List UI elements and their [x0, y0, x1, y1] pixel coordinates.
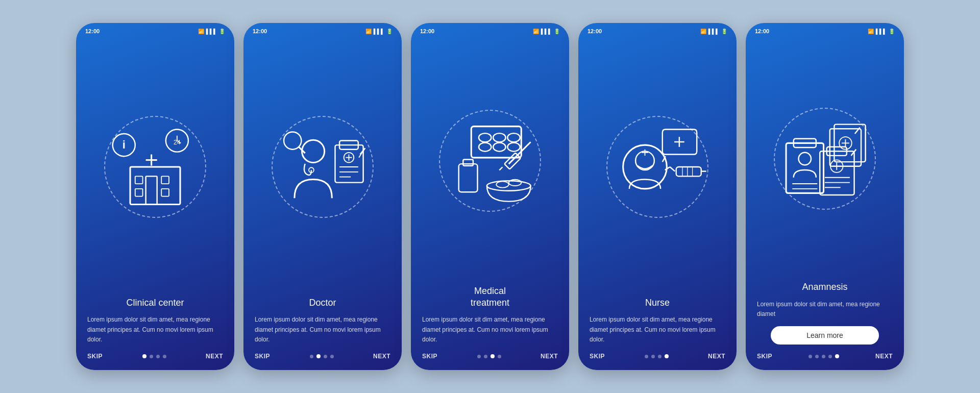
skip-btn-4[interactable]: SKIP: [590, 353, 605, 360]
dots-1: [142, 354, 166, 358]
screen-medical-treatment: 12:00 📶 ▌▌▌ 🔋: [411, 23, 569, 370]
svg-point-34: [507, 142, 520, 151]
dot-1-3: [163, 355, 166, 358]
status-bar-2: 12:00 📶 ▌▌▌ 🔋: [243, 23, 402, 36]
status-bar-4: 12:00 📶 ▌▌▌ 🔋: [578, 23, 737, 36]
text-content-1: Clinical center Lorem ipsum dolor sit di…: [76, 297, 234, 345]
svg-rect-0: [130, 167, 180, 205]
icon-area-2: [243, 36, 402, 297]
skip-btn-5[interactable]: SKIP: [757, 353, 772, 360]
screens-container: 12:00 📶 ▌▌▌ 🔋: [76, 23, 904, 370]
status-icons-5: 📶 ▌▌▌ 🔋: [868, 29, 895, 34]
screen-doctor: 12:00 📶 ▌▌▌ 🔋: [243, 23, 402, 370]
icon-area-4: [578, 36, 737, 297]
dashed-circle-1: i 24: [104, 116, 206, 218]
learn-more-button[interactable]: Learn more: [771, 326, 879, 345]
signal-icon-2: ▌▌▌: [374, 29, 384, 34]
screen-desc-2: Lorem ipsum dolor sit dim amet, mea regi…: [255, 315, 390, 345]
wifi-icon-4: 📶: [700, 29, 706, 34]
dot-2-3: [330, 355, 334, 358]
dot-3-2: [491, 354, 495, 358]
battery-icon-2: 🔋: [386, 29, 393, 34]
status-icons-2: 📶 ▌▌▌ 🔋: [365, 29, 393, 34]
time-4: 12:00: [587, 28, 602, 34]
svg-rect-6: [135, 188, 143, 196]
screen-title-4: Nurse: [590, 297, 725, 309]
svg-point-31: [507, 133, 520, 142]
screen-desc-5: Lorem ipsum dolor sit dim amet, mea regi…: [757, 300, 893, 319]
anamnesis-icon: [775, 109, 875, 209]
battery-icon-4: 🔋: [721, 29, 727, 34]
next-btn-5[interactable]: NEXT: [875, 353, 893, 360]
battery-icon-3: 🔋: [554, 29, 560, 34]
skip-btn-3[interactable]: SKIP: [422, 353, 437, 360]
dot-3-0: [477, 355, 481, 358]
svg-line-76: [851, 150, 856, 156]
status-bar-5: 12:00 📶 ▌▌▌ 🔋: [746, 23, 904, 36]
status-icons-4: 📶 ▌▌▌ 🔋: [700, 29, 727, 34]
text-content-4: Nurse Lorem ipsum dolor sit dim amet, me…: [578, 297, 737, 345]
dot-4-2: [658, 355, 662, 358]
dots-3: [477, 354, 501, 358]
dots-2: [310, 354, 334, 358]
dot-5-1: [815, 355, 819, 358]
dashed-circle-4: [606, 116, 708, 218]
wifi-icon: 📶: [198, 29, 204, 34]
dashed-circle-3: [439, 110, 541, 212]
nurse-icon: [607, 117, 707, 217]
battery-icon: 🔋: [219, 29, 225, 34]
icon-area-5: [746, 36, 904, 281]
svg-point-65: [799, 153, 812, 165]
next-btn-2[interactable]: NEXT: [373, 353, 390, 360]
dot-2-0: [310, 355, 313, 358]
text-content-3: Medical treatment Lorem ipsum dolor sit …: [411, 285, 569, 345]
wifi-icon-5: 📶: [868, 29, 874, 34]
status-bar-3: 12:00 📶 ▌▌▌ 🔋: [411, 23, 569, 36]
clinical-center-icon: i 24: [105, 117, 205, 217]
screen-title-1: Clinical center: [87, 297, 223, 309]
time-3: 12:00: [420, 28, 434, 34]
next-btn-4[interactable]: NEXT: [708, 353, 725, 360]
svg-rect-68: [820, 151, 854, 195]
dot-4-1: [651, 355, 655, 358]
dot-4-3: [665, 354, 669, 358]
screen-desc-3: Lorem ipsum dolor sit dim amet, mea regi…: [422, 315, 558, 345]
svg-text:i: i: [122, 138, 126, 151]
dot-3-3: [498, 355, 501, 358]
dot-2-2: [324, 355, 327, 358]
bottom-nav-3: SKIP NEXT: [411, 345, 569, 370]
svg-line-27: [359, 148, 365, 157]
dot-2-1: [316, 354, 321, 358]
dot-1-0: [142, 354, 146, 358]
svg-point-32: [479, 142, 492, 151]
svg-rect-1: [146, 176, 157, 204]
status-icons-1: 📶 ▌▌▌ 🔋: [198, 29, 225, 34]
time-5: 12:00: [755, 28, 769, 34]
svg-point-41: [496, 181, 509, 187]
skip-btn-1[interactable]: SKIP: [87, 353, 103, 360]
screen-nurse: 12:00 📶 ▌▌▌ 🔋: [578, 23, 737, 370]
wifi-icon-2: 📶: [365, 29, 372, 34]
screen-desc-1: Lorem ipsum dolor sit dim amet, mea regi…: [87, 315, 223, 345]
svg-rect-7: [161, 188, 169, 196]
next-btn-3[interactable]: NEXT: [541, 353, 558, 360]
svg-rect-38: [459, 164, 478, 192]
dot-5-4: [835, 354, 839, 358]
dot-1-1: [150, 355, 153, 358]
bottom-nav-2: SKIP NEXT: [243, 345, 402, 370]
svg-point-24: [284, 132, 301, 149]
svg-line-37: [499, 167, 502, 170]
signal-icon-4: ▌▌▌: [708, 29, 719, 34]
svg-line-52: [670, 167, 675, 171]
dot-1-2: [156, 355, 160, 358]
next-btn-1[interactable]: NEXT: [206, 353, 223, 360]
dots-4: [645, 354, 669, 358]
doctor-icon: [273, 117, 373, 217]
signal-icon: ▌▌▌: [206, 29, 217, 34]
svg-point-30: [493, 133, 506, 142]
time-2: 12:00: [253, 28, 267, 34]
skip-btn-2[interactable]: SKIP: [255, 353, 270, 360]
dot-5-2: [822, 355, 825, 358]
dot-5-0: [808, 355, 812, 358]
bottom-nav-4: SKIP NEXT: [578, 345, 737, 370]
